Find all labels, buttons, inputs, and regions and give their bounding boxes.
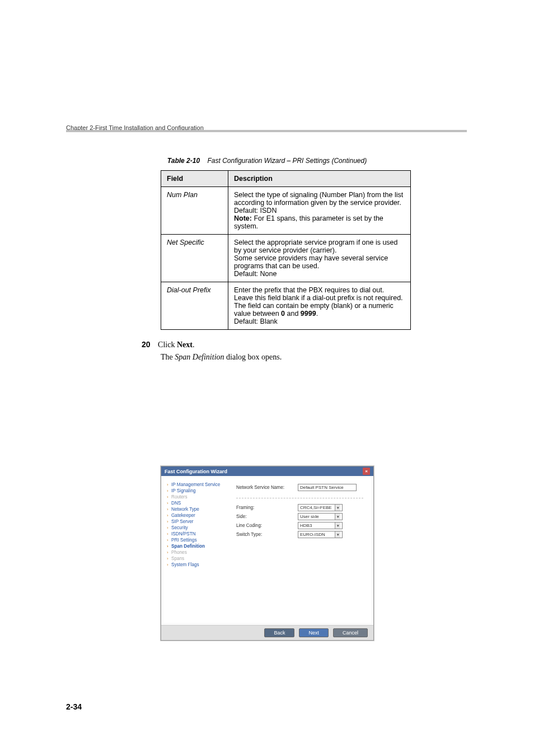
wizard-nav-item[interactable]: Network Type: [166, 506, 226, 512]
table-caption: Table 2-10 Fast Configuration Wizard – P…: [110, 0, 424, 165]
desc-line: Some service providers may have several …: [234, 254, 405, 270]
back-button[interactable]: Back: [264, 628, 294, 637]
table-row: Net Specific Select the appropriate serv…: [161, 235, 411, 282]
desc-line: The field can contain be empty (blank) o…: [234, 302, 405, 318]
desc-line: Select the appropriate service program i…: [234, 239, 405, 254]
side-label: Side:: [236, 514, 298, 519]
field-net-specific: Net Specific: [161, 235, 228, 282]
dialog-name: Span Definition: [175, 353, 224, 361]
wizard-nav-item[interactable]: Security: [166, 525, 226, 531]
wizard-footer: Back Next Cancel: [161, 625, 373, 640]
fast-configuration-wizard: Fast Configuration Wizard × IP Managemen…: [161, 466, 374, 641]
note-label: Note:: [234, 214, 252, 222]
wizard-nav-item[interactable]: IP Signaling: [166, 488, 226, 494]
desc-dial-out-prefix: Enter the prefix that the PBX requires t…: [228, 282, 411, 330]
caption-number: Table 2-10: [167, 157, 200, 165]
network-service-name-input[interactable]: Default PSTN Service: [298, 484, 357, 491]
step-20: 20 Click Next.: [142, 340, 534, 349]
desc-line: Note: For E1 spans, this parameter is se…: [234, 214, 405, 230]
cancel-button[interactable]: Cancel: [333, 628, 368, 637]
wizard-nav-item[interactable]: System Flags: [166, 562, 226, 568]
wizard-nav-item[interactable]: SIP Server: [166, 519, 226, 525]
field-dial-out-prefix: Dial-out Prefix: [161, 282, 228, 330]
chevron-down-icon: ▾: [335, 522, 340, 529]
table-row: Num Plan Select the type of signaling (N…: [161, 187, 411, 235]
nsn-label: Network Service Name:: [236, 485, 298, 490]
desc-net-specific: Select the appropriate service program i…: [228, 235, 411, 282]
framing-label: Framing:: [236, 505, 298, 510]
desc-line: Default: Blank: [234, 318, 405, 325]
switch-type-label: Switch Type:: [236, 532, 298, 537]
desc-line: Select the type of signaling (Number Pla…: [234, 191, 405, 207]
side-select[interactable]: User side▾: [298, 513, 343, 520]
wizard-nav-item[interactable]: ISDN/PSTN: [166, 531, 226, 537]
step-description: The Span Definition dialog box opens.: [161, 353, 534, 362]
chevron-down-icon: ▾: [335, 505, 340, 511]
next-word: Next: [177, 340, 193, 349]
wizard-title-text: Fast Configuration Wizard: [165, 469, 227, 474]
wizard-nav-item[interactable]: Gatekeeper: [166, 512, 226, 519]
wizard-main: Network Service Name: Default PSTN Servi…: [228, 478, 371, 623]
th-field: Field: [161, 171, 228, 187]
divider: [236, 498, 363, 498]
next-button[interactable]: Next: [299, 628, 329, 637]
wizard-nav-item[interactable]: IP Management Service: [166, 482, 226, 488]
desc-line: Enter the prefix that the PBX requires t…: [234, 286, 405, 302]
line-coding-select[interactable]: HDB3▾: [298, 522, 343, 529]
step-number: 20: [142, 340, 151, 349]
step-text: Click: [158, 340, 177, 349]
desc-line: Default: None: [234, 270, 405, 278]
wizard-nav-item[interactable]: Span Definition: [166, 543, 226, 549]
chevron-down-icon: ▾: [335, 531, 340, 538]
field-num-plan: Num Plan: [161, 187, 228, 235]
wizard-nav-item[interactable]: PRI Settings: [166, 537, 226, 543]
desc-line: Default: ISDN: [234, 207, 405, 214]
framing-select[interactable]: CRC4,Si=FEBE▾: [298, 504, 343, 511]
table-row: Dial-out Prefix Enter the prefix that th…: [161, 282, 411, 330]
line-coding-label: Line Coding:: [236, 523, 298, 528]
switch-type-select[interactable]: EURO-ISDN▾: [298, 531, 343, 538]
wizard-nav-item[interactable]: Spans: [166, 556, 226, 562]
th-description: Description: [228, 171, 411, 187]
caption-text: Fast Configuration Wizard – PRI Settings…: [207, 157, 367, 165]
desc-num-plan: Select the type of signaling (Number Pla…: [228, 187, 411, 235]
wizard-nav-item[interactable]: Phones: [166, 549, 226, 556]
chevron-down-icon: ▾: [335, 514, 340, 520]
page-number: 2-34: [66, 702, 82, 711]
wizard-nav-item[interactable]: Routers: [166, 494, 226, 500]
wizard-nav-item[interactable]: DNS: [166, 500, 226, 506]
wizard-body: IP Management ServiceIP SignalingRouters…: [161, 476, 373, 625]
wizard-titlebar: Fast Configuration Wizard ×: [161, 466, 373, 476]
header-rule: [66, 130, 467, 132]
wizard-nav: IP Management ServiceIP SignalingRouters…: [163, 478, 228, 623]
pri-settings-table: Field Description Num Plan Select the ty…: [161, 170, 411, 330]
close-icon[interactable]: ×: [363, 468, 370, 475]
note-text: For E1 spans, this parameter is set by t…: [234, 214, 383, 230]
